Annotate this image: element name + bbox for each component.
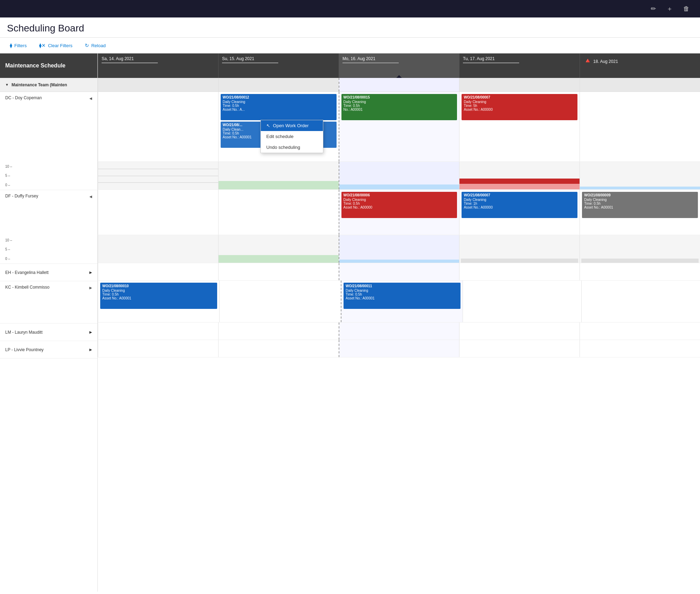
dc-we-cell — [580, 92, 700, 161]
kc-sa-cell: WO/21/08/00010 Daily Cleaning Time: 0.5h… — [98, 281, 219, 322]
kc-su-cell — [219, 281, 341, 322]
ctx-undo-scheduling[interactable]: Undo scheduling — [261, 142, 323, 153]
df-tu-cell: WO/21/08/00007 Daily Cleaning Time: 1h A… — [459, 190, 580, 235]
resource-lm: LM - Lauryn Mauditt ▶ — [0, 324, 98, 341]
df-mo-cell: WO/21/08/00006 Daily Cleaning Time: 0.5h… — [339, 190, 459, 235]
wo-dc-mo[interactable]: WO/21/08/00015 Daily Cleaning Time: 0.5h… — [341, 94, 457, 120]
wo-dc-su-1[interactable]: WO/21/08/00012 Daily Cleaning Time: 0.5h… — [221, 94, 337, 120]
resource-lp: LP - Livvie Pountney ▶ — [0, 341, 98, 358]
group-arrow: ▼ — [5, 83, 9, 87]
kc-tu-cell — [463, 281, 581, 322]
resource-dc: DC - Doy Copeman ◀ — [0, 92, 98, 162]
filters-button[interactable]: ⧫ Filters — [7, 41, 29, 50]
edit-icon[interactable]: ✏ — [651, 5, 656, 13]
kc-mo-cell: WO/21/08/00011 Daily Cleaning Time: 0.5h… — [341, 281, 463, 322]
lm-expand[interactable]: ▶ — [89, 330, 92, 334]
df-we-cell: WO/21/08/00009 Daily Cleaning Time: 0.5h… — [580, 190, 700, 235]
ctx-edit-schedule[interactable]: Edit schedule — [261, 131, 323, 142]
kc-we-cell — [581, 281, 700, 322]
wo-kc-sa[interactable]: WO/21/08/00010 Daily Cleaning Time: 0.5h… — [100, 283, 217, 309]
wo-df-mo[interactable]: WO/21/08/00006 Daily Cleaning Time: 0.5h… — [341, 192, 457, 218]
util-df: 10 – 5 – 0 – — [0, 236, 98, 263]
kc-expand[interactable]: ▶ — [89, 286, 92, 290]
top-bar: ✏ ＋ 🗑 — [0, 0, 700, 17]
df-util-row — [98, 235, 700, 263]
toolbar: ⧫ Filters ⧫✕ Clear Filters ↻ Reload — [0, 38, 700, 53]
day-header-su15: Su, 15. Aug 2021 — [218, 53, 339, 78]
lm-row — [98, 323, 700, 340]
dc-expand[interactable]: ◀ — [89, 96, 92, 100]
dc-su-cell: WO/21/08/00012 Daily Cleaning Time: 0.5h… — [218, 92, 339, 161]
wo-df-we[interactable]: WO/21/08/00009 Daily Cleaning Time: 0.5h… — [582, 192, 698, 218]
dc-sa-cell — [98, 92, 218, 161]
clear-filter-icon: ⧫✕ — [39, 43, 46, 48]
df-work-row: WO/21/08/00006 Daily Cleaning Time: 0.5h… — [98, 190, 700, 235]
dc-mo-cell: WO/21/08/00015 Daily Cleaning Time: 0.5h… — [339, 92, 459, 161]
calendar-header: Sa, 14. Aug 2021 Su, 15. Aug 2021 Mo, 16… — [98, 53, 700, 78]
df-sa-cell — [98, 190, 218, 235]
kc-work-row: WO/21/08/00010 Daily Cleaning Time: 0.5h… — [98, 281, 700, 323]
day-header-sa14: Sa, 14. Aug 2021 — [98, 53, 218, 78]
context-menu: ↖ Open Work Order Edit schedule Undo sch… — [260, 120, 323, 153]
page-title: Scheduling Board — [0, 17, 700, 38]
day-header-tu17: Tu, 17. Aug 2021 — [459, 53, 580, 78]
eh-expand[interactable]: ▶ — [89, 270, 92, 274]
filter-icon: ⧫ — [10, 43, 12, 48]
lp-expand[interactable]: ▶ — [89, 348, 92, 352]
dc-util-row — [98, 162, 700, 190]
day-header-we18: 🔺 18. Aug 2021 — [580, 53, 700, 78]
resource-eh: EH - Evangelina Hallett ▶ — [0, 264, 98, 281]
dc-work-row: WO/21/08/00012 Daily Cleaning Time: 0.5h… — [98, 92, 700, 162]
cursor-icon: ↖ — [266, 123, 270, 128]
clear-filters-button[interactable]: ⧫✕ Clear Filters — [36, 41, 75, 50]
resource-df: DF - Duffy Fursey ◀ — [0, 190, 98, 236]
eh-row — [98, 263, 700, 281]
resource-kc: KC - Kimbell Commisso ▶ — [0, 281, 98, 323]
day-header-mo16: Mo, 16. Aug 2021 — [339, 53, 459, 78]
reload-button[interactable]: ↻ Reload — [82, 41, 108, 50]
group-row — [98, 78, 700, 92]
schedule-header: Maintenance Schedule — [0, 53, 97, 78]
wo-df-tu[interactable]: WO/21/08/00007 Daily Cleaning Time: 1h A… — [462, 192, 577, 218]
add-icon[interactable]: ＋ — [666, 5, 673, 13]
delete-icon[interactable]: 🗑 — [683, 5, 690, 13]
df-expand[interactable]: ◀ — [89, 195, 92, 198]
lp-row — [98, 340, 700, 357]
wo-kc-mo[interactable]: WO/21/08/00011 Daily Cleaning Time: 0.5h… — [344, 283, 460, 309]
ctx-open-work-order[interactable]: ↖ Open Work Order — [261, 120, 323, 131]
group-header[interactable]: ▼ Maintenance Team (Mainten — [0, 78, 97, 92]
df-su-cell — [218, 190, 339, 235]
wo-dc-tu[interactable]: WO/21/08/00007 Daily Cleaning Time: 5h A… — [462, 94, 577, 120]
util-dc: 10 – 5 – 0 – — [0, 162, 98, 190]
scheduling-board: Maintenance Schedule ▼ Maintenance Team … — [0, 53, 700, 592]
reload-icon: ↻ — [85, 43, 89, 48]
dc-tu-cell: WO/21/08/00007 Daily Cleaning Time: 5h A… — [459, 92, 580, 161]
